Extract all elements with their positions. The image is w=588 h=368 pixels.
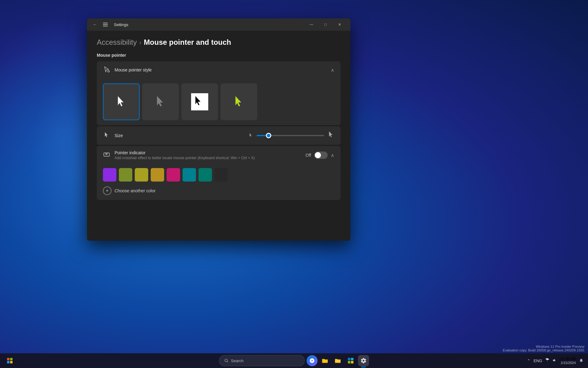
taskbar-explorer[interactable]	[319, 355, 330, 366]
svg-line-8	[227, 361, 228, 362]
color-swatch-pink[interactable]	[167, 168, 180, 182]
store-icon	[347, 357, 354, 364]
color-swatch-gold[interactable]	[151, 168, 164, 182]
maximize-button[interactable]: □	[318, 20, 333, 29]
pointer-style-white[interactable]	[103, 83, 140, 120]
taskbar-right: ⌃ ENG 12:46 AM 2/15/2024	[526, 357, 584, 365]
pointer-styles-container	[97, 79, 341, 125]
back-button[interactable]: ←	[91, 20, 99, 29]
pointer-indicator-icon	[103, 151, 110, 159]
svg-rect-0	[103, 23, 108, 23]
search-label: Search	[231, 358, 243, 363]
svg-rect-10	[351, 358, 353, 360]
clock-date: 2/15/2024	[560, 361, 576, 365]
hamburger-button[interactable]	[101, 20, 110, 29]
color-swatch-olive[interactable]	[119, 168, 132, 182]
breadcrumb: Accessibility › Mouse pointer and touch	[97, 38, 341, 47]
breadcrumb-separator: ›	[139, 39, 141, 46]
choose-color-label: Choose another color	[115, 188, 156, 193]
clock[interactable]: 12:46 AM 2/15/2024	[560, 357, 576, 365]
svg-rect-9	[348, 358, 350, 360]
title-bar-nav: ←	[91, 20, 110, 29]
size-slider[interactable]	[257, 135, 324, 136]
cursor-small-icon	[249, 133, 253, 139]
taskbar-store[interactable]	[345, 355, 356, 366]
size-icon	[103, 132, 110, 140]
size-label: Size	[115, 133, 244, 138]
choose-color-button[interactable]: +	[103, 186, 111, 195]
minimize-button[interactable]: —	[304, 20, 318, 29]
pointer-style-action: ∧	[331, 67, 334, 73]
pointer-indicator-subtitle: Add crosshair effect to better locate mo…	[115, 156, 301, 160]
search-icon	[224, 358, 228, 363]
taskbar: Search	[0, 353, 588, 368]
section-label: Mouse pointer	[97, 53, 341, 58]
pointer-indicator-row: Pointer indicator Add crosshair effect t…	[97, 146, 341, 164]
close-button[interactable]: ✕	[333, 20, 347, 29]
pointer-style-custom[interactable]	[221, 83, 257, 120]
pointer-style-row: Mouse pointer style ∧	[97, 61, 341, 79]
taskbar-settings[interactable]	[358, 355, 369, 366]
color-swatch-yellow-green[interactable]	[135, 168, 148, 182]
choose-color-row[interactable]: + Choose another color	[97, 184, 341, 200]
toggle-knob	[315, 152, 321, 158]
copilot-button[interactable]	[307, 355, 318, 366]
pointer-style-card: Mouse pointer style ∧	[97, 61, 341, 125]
svg-rect-12	[351, 361, 353, 363]
color-swatch-purple[interactable]	[103, 168, 116, 182]
pointer-indicator-label: Pointer indicator	[115, 150, 301, 155]
color-swatch-green[interactable]	[198, 168, 212, 182]
svg-point-3	[108, 70, 110, 72]
pointer-indicator-labels: Pointer indicator Add crosshair effect t…	[115, 150, 301, 160]
breadcrumb-current: Mouse pointer and touch	[144, 38, 231, 47]
taskbar-center: Search	[219, 355, 369, 366]
color-swatches-container	[97, 164, 341, 184]
taskbar-left	[4, 355, 16, 367]
size-row: Size	[97, 126, 341, 145]
cursor-large-icon	[328, 131, 334, 140]
chevron-up-icon[interactable]: ∧	[331, 67, 334, 73]
pointer-style-label: Mouse pointer style	[115, 67, 326, 72]
lang-icon[interactable]: ENG	[533, 358, 543, 364]
pointer-indicator-action: Off ∧	[306, 151, 334, 159]
pointer-indicator-card: Pointer indicator Add crosshair effect t…	[97, 146, 341, 200]
color-swatch-dark[interactable]	[214, 168, 228, 182]
chevron-tray-icon[interactable]: ⌃	[526, 358, 531, 364]
volume-icon[interactable]	[552, 358, 558, 364]
search-bar[interactable]: Search	[219, 355, 305, 366]
start-icon	[7, 358, 13, 363]
window-title: Settings	[114, 22, 128, 27]
settings-window: ← Settings — □ ✕ Accessibility › Mouse p…	[87, 18, 350, 241]
breadcrumb-parent[interactable]: Accessibility	[97, 38, 137, 47]
size-slider-container	[249, 131, 334, 140]
size-card: Size	[97, 126, 341, 145]
pointer-indicator-chevron[interactable]: ∧	[331, 152, 334, 158]
start-button[interactable]	[4, 355, 16, 367]
folder-icon	[334, 357, 341, 364]
active-indicator	[361, 366, 366, 367]
pointer-indicator-state: Off	[306, 153, 311, 158]
clock-time: 12:46 AM	[560, 357, 576, 361]
notification-icon[interactable]	[578, 358, 584, 364]
network-icon[interactable]	[544, 358, 550, 364]
taskbar-file-explorer-2[interactable]	[332, 355, 343, 366]
pointer-style-bw[interactable]	[181, 83, 218, 120]
title-bar: ← Settings — □ ✕	[87, 18, 350, 31]
svg-rect-11	[348, 361, 350, 363]
content-area: Accessibility › Mouse pointer and touch …	[87, 31, 350, 241]
windows-info: Windows 11 Pro Insider Preview Evaluatio…	[503, 345, 584, 352]
svg-rect-1	[103, 24, 108, 25]
window-controls: — □ ✕	[304, 20, 347, 29]
pointer-indicator-toggle[interactable]	[314, 151, 328, 159]
tray-icons: ⌃ ENG	[526, 358, 558, 364]
svg-rect-2	[103, 26, 108, 26]
explorer-icon	[322, 357, 328, 364]
settings-icon	[360, 358, 367, 364]
pointer-style-dark[interactable]	[142, 83, 179, 120]
color-swatch-teal[interactable]	[183, 168, 196, 182]
pointer-style-icon	[103, 66, 110, 74]
